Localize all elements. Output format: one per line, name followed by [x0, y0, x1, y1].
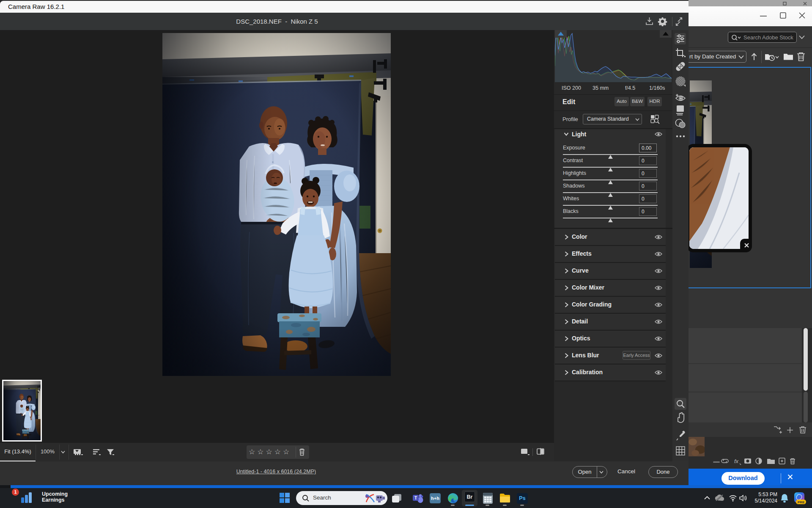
- svg-text:fx: fx: [734, 458, 739, 464]
- svg-text:T: T: [414, 496, 417, 500]
- svg-text:PRE: PRE: [798, 500, 805, 504]
